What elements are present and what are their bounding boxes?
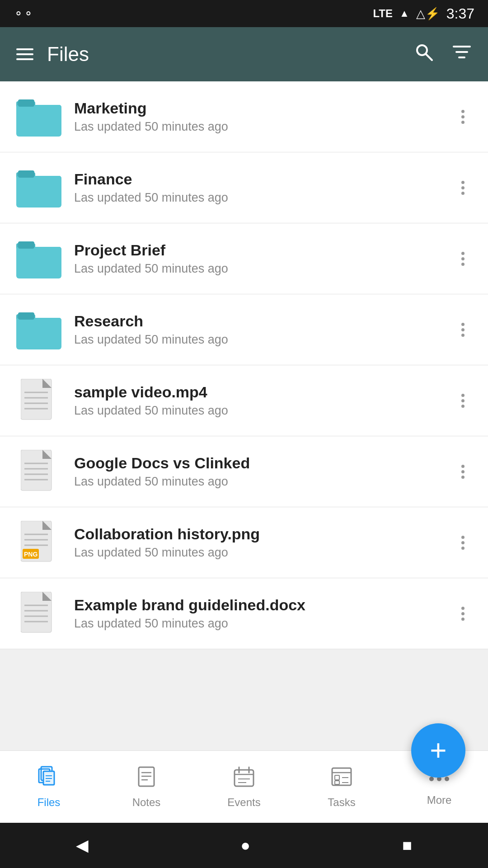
file-item[interactable]: Research Las updated 50 minutes ago [0, 294, 488, 365]
nav-label-more: More [427, 794, 452, 807]
folder-icon [16, 165, 61, 210]
signal-icon: ▲ [399, 8, 409, 19]
file-name: Research [74, 312, 454, 330]
file-meta: Las updated 50 minutes ago [74, 262, 454, 276]
nav-item-notes[interactable]: Notes [98, 765, 195, 809]
file-name: Google Docs vs Clinked [74, 454, 454, 472]
item-more-button[interactable] [454, 460, 472, 483]
file-name: Marketing [74, 99, 454, 117]
file-meta: Las updated 50 minutes ago [74, 617, 454, 631]
nav-label-files: Files [38, 796, 61, 809]
item-more-button[interactable] [454, 602, 472, 625]
file-meta: Las updated 50 minutes ago [74, 475, 454, 489]
file-list-container: Marketing Las updated 50 minutes ago Fin… [0, 81, 488, 750]
nav-item-events[interactable]: Events [195, 765, 293, 809]
svg-rect-16 [18, 241, 34, 249]
battery-icon: △⚡ [416, 7, 440, 21]
svg-rect-59 [235, 770, 253, 786]
document-icon [16, 591, 61, 636]
files-icon [38, 765, 60, 793]
file-meta: Las updated 50 minutes ago [74, 191, 454, 205]
file-name: Finance [74, 170, 454, 188]
nav-item-files[interactable]: Files [0, 765, 98, 809]
file-item[interactable]: Example brand guidelined.docx Las update… [0, 578, 488, 649]
file-meta: Las updated 50 minutes ago [74, 120, 454, 134]
item-more-button[interactable] [454, 105, 472, 128]
file-name: sample video.mp4 [74, 383, 454, 401]
nav-label-notes: Notes [132, 796, 161, 809]
status-bar: ⚬⚬ LTE ▲ △⚡ 3:37 [0, 0, 488, 27]
svg-rect-20 [18, 312, 34, 320]
page-title: Files [47, 43, 400, 66]
tasks-icon [330, 765, 353, 793]
item-more-button[interactable] [454, 176, 472, 199]
file-item[interactable]: PNG Collaboration history.png Las update… [0, 507, 488, 578]
svg-rect-19 [16, 318, 61, 347]
svg-rect-15 [16, 247, 61, 276]
header-actions [414, 42, 472, 66]
file-item[interactable]: Google Docs vs Clinked Las updated 50 mi… [0, 436, 488, 507]
file-name: Example brand guidelined.docx [74, 596, 454, 614]
file-info: Research Las updated 50 minutes ago [74, 312, 454, 347]
notes-icon [135, 765, 158, 793]
file-item[interactable]: Marketing Las updated 50 minutes ago [0, 81, 488, 152]
folder-icon [16, 94, 61, 139]
header: Files [0, 27, 488, 81]
status-bar-right: LTE ▲ △⚡ 3:37 [373, 5, 474, 22]
file-item[interactable]: Finance Las updated 50 minutes ago [0, 152, 488, 223]
svg-rect-7 [16, 105, 61, 134]
item-more-button[interactable] [454, 531, 472, 554]
document-icon [16, 449, 61, 494]
system-navigation: ◀ ● ■ [0, 823, 488, 868]
svg-rect-12 [18, 170, 34, 178]
file-info: Finance Las updated 50 minutes ago [74, 170, 454, 205]
item-more-button[interactable] [454, 318, 472, 341]
svg-rect-11 [16, 176, 61, 205]
filter-button[interactable] [452, 42, 472, 66]
nav-label-events: Events [227, 796, 260, 809]
add-icon: + [430, 736, 446, 765]
file-info: Project Brief Las updated 50 minutes ago [74, 241, 454, 276]
file-info: Google Docs vs Clinked Las updated 50 mi… [74, 454, 454, 489]
file-info: Marketing Las updated 50 minutes ago [74, 99, 454, 134]
file-name: Project Brief [74, 241, 454, 259]
nav-item-tasks[interactable]: Tasks [293, 765, 390, 809]
svg-rect-8 [18, 99, 34, 107]
events-icon [233, 765, 255, 793]
file-meta: Las updated 50 minutes ago [74, 333, 454, 347]
back-button[interactable]: ◀ [76, 836, 89, 855]
menu-button[interactable] [16, 48, 33, 60]
nav-label-tasks: Tasks [328, 796, 355, 809]
folder-icon [16, 236, 61, 281]
file-info: Collaboration history.png Las updated 50… [74, 525, 454, 560]
file-meta: Las updated 50 minutes ago [74, 404, 454, 418]
file-item[interactable]: sample video.mp4 Las updated 50 minutes … [0, 365, 488, 436]
file-item[interactable]: Project Brief Las updated 50 minutes ago [0, 223, 488, 294]
item-more-button[interactable] [454, 247, 472, 270]
lte-badge: LTE [373, 7, 393, 20]
folder-icon [16, 307, 61, 352]
add-fab-button[interactable]: + [411, 723, 465, 778]
png-icon: PNG [16, 520, 61, 565]
file-name: Collaboration history.png [74, 525, 454, 543]
recent-button[interactable]: ■ [402, 836, 412, 855]
file-info: sample video.mp4 Las updated 50 minutes … [74, 383, 454, 418]
svg-line-1 [426, 54, 432, 60]
home-button[interactable]: ● [240, 836, 250, 855]
svg-point-73 [445, 777, 449, 781]
clock: 3:37 [446, 5, 474, 22]
file-info: Example brand guidelined.docx Las update… [74, 596, 454, 631]
svg-text:PNG: PNG [24, 551, 38, 558]
item-more-button[interactable] [454, 389, 472, 412]
file-meta: Las updated 50 minutes ago [74, 546, 454, 560]
search-button[interactable] [414, 42, 434, 66]
status-bar-left: ⚬⚬ [14, 7, 33, 21]
svg-rect-67 [335, 775, 339, 780]
document-icon [16, 378, 61, 423]
glasses-icon: ⚬⚬ [14, 7, 33, 21]
svg-rect-69 [335, 781, 339, 784]
